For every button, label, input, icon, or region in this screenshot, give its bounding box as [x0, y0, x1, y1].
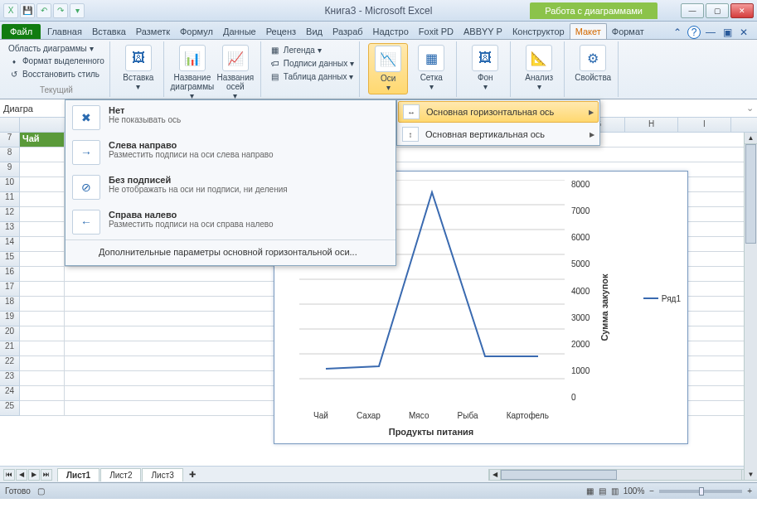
axis-option-nolabels[interactable]: ⊘ Без подписейНе отображать на оси ни по… [66, 170, 395, 205]
row-header[interactable]: 23 [0, 371, 20, 386]
cell[interactable] [20, 386, 65, 401]
axis-option-none[interactable]: ✖ НетНе показывать ось [66, 100, 395, 135]
select-all-corner[interactable] [0, 118, 20, 132]
close-button[interactable]: ✕ [730, 3, 754, 18]
cell[interactable] [20, 341, 65, 356]
cell[interactable] [20, 207, 65, 222]
zoom-slider[interactable] [659, 490, 742, 493]
scroll-down-icon[interactable]: ▼ [745, 469, 757, 481]
gridlines-button[interactable]: ▦Сетка▾ [411, 43, 451, 93]
row-header[interactable]: 14 [0, 237, 20, 252]
view-pagebreak-icon[interactable]: ▥ [611, 486, 619, 496]
sheet-nav-next-icon[interactable]: ▶ [28, 469, 40, 481]
primary-vertical-axis-item[interactable]: ↕ Основная вертикальная ось ▶ [397, 123, 599, 145]
tab-developer[interactable]: Разраб [328, 24, 368, 39]
row-header[interactable]: 12 [0, 207, 20, 222]
minimize-button[interactable]: — [681, 3, 704, 18]
cell[interactable] [20, 282, 65, 297]
row-header[interactable]: 13 [0, 222, 20, 237]
row-header[interactable]: 8 [0, 148, 20, 162]
tab-formulas[interactable]: Формул [175, 24, 218, 39]
formula-bar-expand-icon[interactable]: ⌄ [743, 103, 757, 114]
chart-element-dropdown[interactable]: Область диаграммы ▾ [8, 43, 104, 54]
row-header[interactable]: 25 [0, 401, 20, 416]
cell[interactable] [20, 297, 65, 312]
row-header[interactable]: 15 [0, 252, 20, 267]
row-header[interactable]: 19 [0, 312, 20, 326]
tab-chart-design[interactable]: Конструктор [507, 24, 570, 39]
properties-button[interactable]: ⚙Свойства [573, 43, 613, 84]
doc-close-icon[interactable]: ✕ [737, 26, 750, 39]
cell[interactable] [20, 237, 65, 252]
cell[interactable] [20, 326, 65, 341]
horizontal-scrollbar[interactable]: ◀ ▶ [488, 469, 754, 481]
cell[interactable] [20, 222, 65, 237]
cell[interactable] [20, 162, 65, 177]
background-button[interactable]: 🖼Фон▾ [465, 43, 505, 93]
sheet-nav-last-icon[interactable]: ⏭ [41, 469, 52, 481]
legend-button[interactable]: ▦Легенда ▾ [269, 43, 354, 56]
cell[interactable] [20, 177, 65, 192]
zoom-level[interactable]: 100% [624, 486, 645, 496]
row-header[interactable]: 22 [0, 356, 20, 371]
cell[interactable] [20, 192, 65, 207]
file-tab[interactable]: Файл [2, 24, 41, 39]
axis-option-rtl[interactable]: ← Справа налевоРазместить подписи на оси… [66, 205, 395, 239]
redo-icon[interactable]: ↷ [53, 3, 68, 18]
axis-option-ltr[interactable]: → Слева направоРазместить подписи на оси… [66, 135, 395, 170]
chart-legend[interactable]: Ряд1 [643, 294, 681, 303]
doc-minimize-icon[interactable]: — [704, 26, 717, 39]
cell[interactable] [20, 401, 65, 416]
vertical-scrollbar[interactable]: ▲ ▼ [744, 133, 757, 481]
view-pagelayout-icon[interactable]: ▤ [599, 486, 606, 496]
row-header[interactable]: 18 [0, 297, 20, 312]
tab-home[interactable]: Главная [42, 24, 87, 39]
tab-chart-format[interactable]: Формат [607, 24, 649, 39]
ribbon-minimize-icon[interactable]: ⌃ [671, 26, 684, 39]
cell[interactable]: Чай [20, 133, 65, 148]
maximize-button[interactable]: ▢ [706, 3, 729, 18]
tab-data[interactable]: Данные [218, 24, 261, 39]
analysis-button[interactable]: 📐Анализ▾ [519, 43, 559, 93]
save-icon[interactable]: 💾 [20, 3, 35, 18]
doc-restore-icon[interactable]: ▣ [721, 26, 734, 39]
axes-button[interactable]: 📉Оси▾ [368, 43, 408, 94]
cell[interactable] [20, 252, 65, 267]
help-icon[interactable]: ? [687, 26, 701, 39]
axis-titles-button[interactable]: 📈Названия осей▾ [216, 43, 255, 102]
reset-style-button[interactable]: ↺Восстановить стиль [8, 67, 104, 80]
primary-horizontal-axis-item[interactable]: ↔ Основная горизонтальная ось ▶ [398, 101, 599, 123]
zoom-out-icon[interactable]: − [649, 486, 654, 496]
col-header-h[interactable]: H [625, 118, 678, 132]
macro-record-icon[interactable]: ▢ [37, 486, 45, 496]
hscroll-thumb[interactable] [501, 470, 617, 480]
sheet-nav-first-icon[interactable]: ⏮ [3, 469, 15, 481]
scroll-left-icon[interactable]: ◀ [489, 470, 501, 480]
cell[interactable] [20, 312, 65, 326]
sheet-tab-3[interactable]: Лист3 [142, 468, 182, 481]
row-header[interactable]: 10 [0, 177, 20, 192]
row-header[interactable]: 21 [0, 341, 20, 356]
tab-pagelayout[interactable]: Разметк [131, 24, 175, 39]
name-box[interactable]: Диагра [0, 102, 66, 115]
excel-icon[interactable]: X [3, 3, 18, 18]
data-table-button[interactable]: ▤Таблица данных ▾ [269, 70, 354, 83]
row-header[interactable]: 9 [0, 162, 20, 177]
chart-title-button[interactable]: 📊Название диаграммы▾ [172, 43, 212, 102]
tab-view[interactable]: Вид [301, 24, 328, 39]
col-header-i[interactable]: I [678, 118, 731, 132]
cell[interactable] [20, 356, 65, 371]
vscroll-thumb[interactable] [745, 144, 756, 244]
qat-more-icon[interactable]: ▾ [70, 3, 85, 18]
data-labels-button[interactable]: 🏷Подписи данных ▾ [269, 56, 354, 70]
tab-foxit[interactable]: Foxit PD [414, 24, 459, 39]
tab-review[interactable]: Реценз [261, 24, 301, 39]
tab-chart-layout[interactable]: Макет [570, 23, 607, 39]
tab-abbyy[interactable]: ABBYY P [459, 24, 507, 39]
sheet-tab-2[interactable]: Лист2 [100, 468, 141, 481]
new-sheet-icon[interactable]: ✚ [184, 470, 201, 479]
tab-addins[interactable]: Надстро [368, 24, 414, 39]
axis-more-options[interactable]: Дополнительные параметры основной горизо… [66, 240, 395, 265]
zoom-in-icon[interactable]: + [747, 486, 752, 496]
cell[interactable] [20, 148, 65, 162]
